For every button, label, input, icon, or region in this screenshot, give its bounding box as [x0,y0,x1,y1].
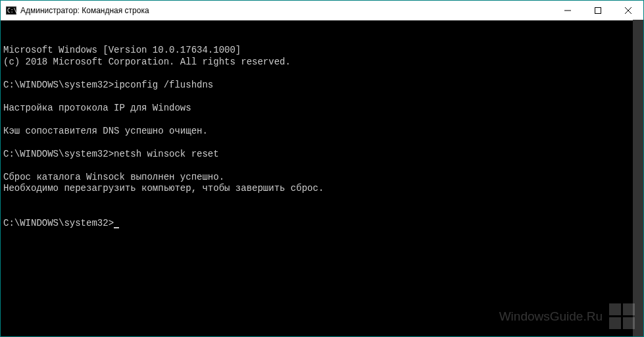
titlebar[interactable]: C:\ Администратор: Командная строка [1,1,643,20]
scrollbar[interactable] [633,20,643,336]
terminal-line [3,137,641,149]
terminal-line: Необходимо перезагрузить компьютер, чтоб… [3,183,641,195]
terminal-line [3,195,641,207]
svg-rect-3 [595,7,601,13]
terminal-line [3,206,641,218]
maximize-button[interactable] [583,1,613,20]
cmd-icon: C:\ [6,5,16,16]
terminal-area[interactable]: Microsoft Windows [Version 10.0.17634.10… [1,20,643,336]
terminal-line: Microsoft Windows [Version 10.0.17634.10… [3,45,641,57]
terminal-line: C:\WINDOWS\system32>ipconfig /flushdns [3,80,641,91]
terminal-line: Настройка протокола IP для Windows [3,103,641,115]
terminal-line: C:\WINDOWS\system32>netsh winsock reset [3,149,641,161]
window-controls [553,1,643,20]
terminal-line [3,68,641,80]
command-prompt-window: C:\ Администратор: Командная строка Micr… [0,0,644,337]
close-button[interactable] [613,1,643,20]
svg-text:C:\: C:\ [7,8,16,14]
terminal-line: Сброс каталога Winsock выполнен успешно. [3,172,641,184]
terminal-line [3,160,641,172]
scroll-thumb[interactable] [633,20,643,336]
cursor [114,227,119,228]
terminal-line [3,91,641,103]
terminal-line: (c) 2018 Microsoft Corporation. All righ… [3,57,641,68]
terminal-line [3,114,641,126]
terminal-line: C:\WINDOWS\system32> [3,218,641,230]
terminal-line: Кэш сопоставителя DNS успешно очищен. [3,126,641,138]
minimize-button[interactable] [553,1,583,20]
window-title: Администратор: Командная строка [20,6,553,15]
terminal-output: Microsoft Windows [Version 10.0.17634.10… [3,45,641,229]
